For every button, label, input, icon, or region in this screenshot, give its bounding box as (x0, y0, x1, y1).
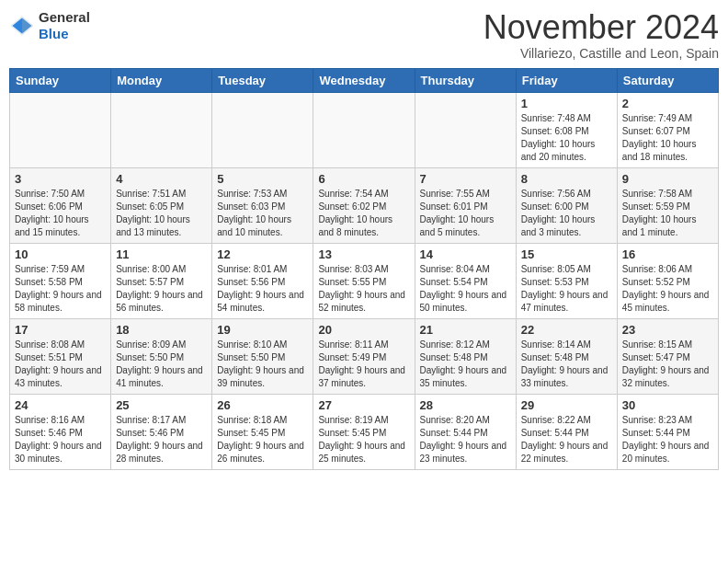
calendar-day-cell: 18Sunrise: 8:09 AM Sunset: 5:50 PM Dayli… (111, 318, 212, 394)
day-number: 29 (521, 398, 612, 412)
day-number: 13 (318, 247, 409, 261)
day-info: Sunrise: 8:05 AM Sunset: 5:53 PM Dayligh… (521, 263, 612, 315)
day-number: 12 (217, 247, 308, 261)
logo: General Blue (9, 9, 90, 42)
day-number: 26 (217, 398, 308, 412)
calendar-day-cell: 9Sunrise: 7:58 AM Sunset: 5:59 PM Daylig… (617, 167, 718, 243)
day-info: Sunrise: 8:01 AM Sunset: 5:56 PM Dayligh… (217, 263, 308, 315)
day-info: Sunrise: 7:48 AM Sunset: 6:08 PM Dayligh… (521, 112, 612, 164)
day-info: Sunrise: 8:17 AM Sunset: 5:46 PM Dayligh… (116, 414, 207, 465)
day-info: Sunrise: 8:09 AM Sunset: 5:50 PM Dayligh… (116, 339, 207, 390)
calendar-day-cell: 4Sunrise: 7:51 AM Sunset: 6:05 PM Daylig… (111, 167, 212, 243)
logo-icon (9, 13, 35, 39)
day-header-friday: Friday (516, 68, 617, 92)
day-header-saturday: Saturday (617, 68, 718, 92)
calendar-day-cell: 6Sunrise: 7:54 AM Sunset: 6:02 PM Daylig… (313, 167, 415, 243)
calendar-day-cell: 8Sunrise: 7:56 AM Sunset: 6:00 PM Daylig… (516, 167, 617, 243)
calendar-day-cell: 5Sunrise: 7:53 AM Sunset: 6:03 PM Daylig… (212, 167, 313, 243)
day-info: Sunrise: 8:10 AM Sunset: 5:50 PM Dayligh… (217, 339, 308, 390)
day-info: Sunrise: 7:59 AM Sunset: 5:58 PM Dayligh… (15, 263, 106, 315)
calendar-day-cell: 10Sunrise: 7:59 AM Sunset: 5:58 PM Dayli… (10, 243, 111, 318)
day-number: 2 (622, 97, 713, 110)
page-header: General Blue November 2024 Villariezo, C… (9, 9, 719, 61)
day-info: Sunrise: 7:51 AM Sunset: 6:05 PM Dayligh… (116, 188, 207, 239)
calendar-day-cell: 23Sunrise: 8:15 AM Sunset: 5:47 PM Dayli… (617, 318, 718, 394)
day-number: 16 (622, 247, 713, 261)
day-header-tuesday: Tuesday (212, 68, 313, 92)
day-number: 5 (217, 172, 308, 186)
calendar-week-row: 1Sunrise: 7:48 AM Sunset: 6:08 PM Daylig… (10, 92, 719, 167)
day-number: 15 (521, 247, 612, 261)
calendar-day-cell (313, 92, 415, 167)
day-number: 24 (15, 398, 106, 412)
calendar-day-cell: 11Sunrise: 8:00 AM Sunset: 5:57 PM Dayli… (111, 243, 212, 318)
calendar-day-cell: 13Sunrise: 8:03 AM Sunset: 5:55 PM Dayli… (313, 243, 415, 318)
day-info: Sunrise: 8:23 AM Sunset: 5:44 PM Dayligh… (622, 414, 713, 465)
day-number: 4 (116, 172, 207, 186)
day-info: Sunrise: 8:06 AM Sunset: 5:52 PM Dayligh… (622, 263, 713, 315)
day-number: 21 (420, 323, 511, 337)
calendar-table: SundayMondayTuesdayWednesdayThursdayFrid… (9, 68, 719, 470)
day-number: 1 (521, 97, 612, 110)
calendar-day-cell: 12Sunrise: 8:01 AM Sunset: 5:56 PM Dayli… (212, 243, 313, 318)
calendar-day-cell: 3Sunrise: 7:50 AM Sunset: 6:06 PM Daylig… (10, 167, 111, 243)
day-info: Sunrise: 8:12 AM Sunset: 5:48 PM Dayligh… (420, 339, 511, 390)
calendar-day-cell: 15Sunrise: 8:05 AM Sunset: 5:53 PM Dayli… (516, 243, 617, 318)
month-title: November 2024 (483, 9, 719, 46)
day-info: Sunrise: 8:19 AM Sunset: 5:45 PM Dayligh… (318, 414, 409, 465)
calendar-day-cell: 22Sunrise: 8:14 AM Sunset: 5:48 PM Dayli… (516, 318, 617, 394)
day-number: 23 (622, 323, 713, 337)
calendar-day-cell: 28Sunrise: 8:20 AM Sunset: 5:44 PM Dayli… (415, 394, 516, 469)
day-number: 28 (420, 398, 511, 412)
day-number: 14 (420, 247, 511, 261)
calendar-day-cell: 30Sunrise: 8:23 AM Sunset: 5:44 PM Dayli… (617, 394, 718, 469)
calendar-day-cell: 21Sunrise: 8:12 AM Sunset: 5:48 PM Dayli… (415, 318, 516, 394)
day-number: 25 (116, 398, 207, 412)
calendar-day-cell: 16Sunrise: 8:06 AM Sunset: 5:52 PM Dayli… (617, 243, 718, 318)
day-info: Sunrise: 8:08 AM Sunset: 5:51 PM Dayligh… (15, 339, 106, 390)
day-info: Sunrise: 7:56 AM Sunset: 6:00 PM Dayligh… (521, 188, 612, 239)
day-info: Sunrise: 8:00 AM Sunset: 5:57 PM Dayligh… (116, 263, 207, 315)
day-number: 19 (217, 323, 308, 337)
calendar-day-cell: 14Sunrise: 8:04 AM Sunset: 5:54 PM Dayli… (415, 243, 516, 318)
day-info: Sunrise: 8:15 AM Sunset: 5:47 PM Dayligh… (622, 339, 713, 390)
day-info: Sunrise: 7:54 AM Sunset: 6:02 PM Dayligh… (318, 188, 409, 239)
calendar-day-cell: 20Sunrise: 8:11 AM Sunset: 5:49 PM Dayli… (313, 318, 415, 394)
day-info: Sunrise: 8:22 AM Sunset: 5:44 PM Dayligh… (521, 414, 612, 465)
calendar-week-row: 10Sunrise: 7:59 AM Sunset: 5:58 PM Dayli… (10, 243, 719, 318)
day-info: Sunrise: 8:03 AM Sunset: 5:55 PM Dayligh… (318, 263, 409, 315)
calendar-day-cell: 25Sunrise: 8:17 AM Sunset: 5:46 PM Dayli… (111, 394, 212, 469)
calendar-day-cell (111, 92, 212, 167)
calendar-day-cell: 27Sunrise: 8:19 AM Sunset: 5:45 PM Dayli… (313, 394, 415, 469)
day-header-sunday: Sunday (10, 68, 111, 92)
calendar-day-cell: 29Sunrise: 8:22 AM Sunset: 5:44 PM Dayli… (516, 394, 617, 469)
day-header-wednesday: Wednesday (313, 68, 415, 92)
calendar-day-cell: 2Sunrise: 7:49 AM Sunset: 6:07 PM Daylig… (617, 92, 718, 167)
location-subtitle: Villariezo, Castille and Leon, Spain (483, 46, 719, 61)
day-info: Sunrise: 8:20 AM Sunset: 5:44 PM Dayligh… (420, 414, 511, 465)
day-number: 6 (318, 172, 409, 186)
day-number: 10 (15, 247, 106, 261)
day-number: 3 (15, 172, 106, 186)
calendar-day-cell: 24Sunrise: 8:16 AM Sunset: 5:46 PM Dayli… (10, 394, 111, 469)
calendar-day-cell: 1Sunrise: 7:48 AM Sunset: 6:08 PM Daylig… (516, 92, 617, 167)
day-number: 17 (15, 323, 106, 337)
day-info: Sunrise: 8:14 AM Sunset: 5:48 PM Dayligh… (521, 339, 612, 390)
day-number: 11 (116, 247, 207, 261)
calendar-day-cell: 19Sunrise: 8:10 AM Sunset: 5:50 PM Dayli… (212, 318, 313, 394)
calendar-day-cell: 7Sunrise: 7:55 AM Sunset: 6:01 PM Daylig… (415, 167, 516, 243)
day-number: 18 (116, 323, 207, 337)
day-info: Sunrise: 7:53 AM Sunset: 6:03 PM Dayligh… (217, 188, 308, 239)
day-info: Sunrise: 7:50 AM Sunset: 6:06 PM Dayligh… (15, 188, 106, 239)
day-info: Sunrise: 8:18 AM Sunset: 5:45 PM Dayligh… (217, 414, 308, 465)
day-info: Sunrise: 8:04 AM Sunset: 5:54 PM Dayligh… (420, 263, 511, 315)
calendar-header-row: SundayMondayTuesdayWednesdayThursdayFrid… (10, 68, 719, 92)
calendar-day-cell (10, 92, 111, 167)
day-header-thursday: Thursday (415, 68, 516, 92)
day-header-monday: Monday (111, 68, 212, 92)
day-number: 20 (318, 323, 409, 337)
day-info: Sunrise: 8:16 AM Sunset: 5:46 PM Dayligh… (15, 414, 106, 465)
day-number: 27 (318, 398, 409, 412)
day-info: Sunrise: 7:49 AM Sunset: 6:07 PM Dayligh… (622, 112, 713, 164)
day-number: 9 (622, 172, 713, 186)
